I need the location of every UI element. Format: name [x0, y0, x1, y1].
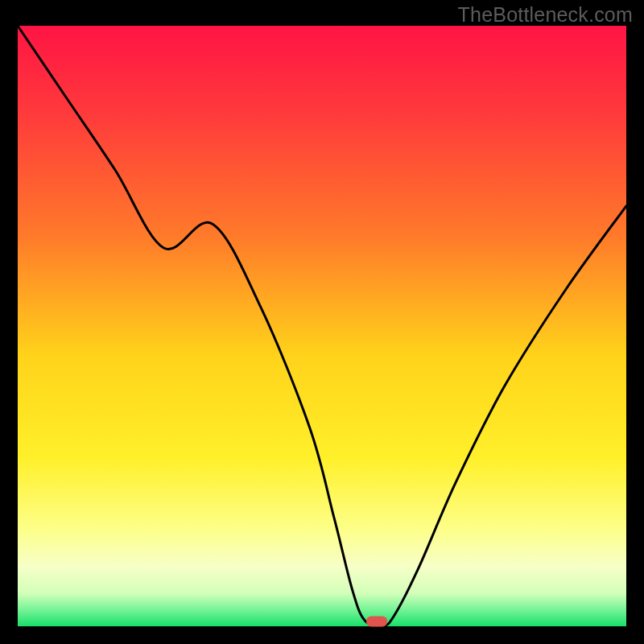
bottleneck-chart — [0, 0, 644, 644]
gradient-background — [18, 26, 626, 626]
optimal-point-marker — [366, 617, 387, 627]
chart-frame: TheBottleneck.com — [0, 0, 644, 644]
watermark-text: TheBottleneck.com — [458, 3, 633, 27]
